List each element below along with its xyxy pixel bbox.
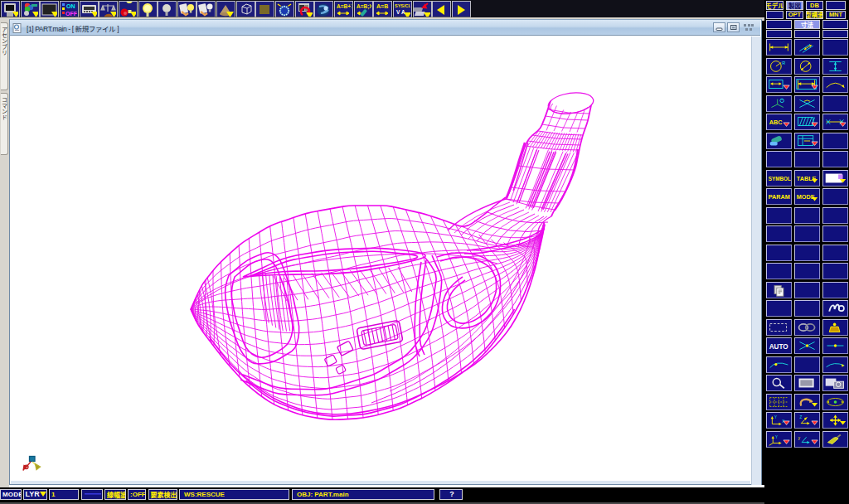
svg-text:°: ° [781,99,783,103]
svg-text:SYMBOL: SYMBOL [769,175,791,181]
svg-text:y: y [798,436,801,440]
svg-text:OFF: OFF [65,11,77,17]
svg-text:ON: ON [66,3,75,9]
svg-text:AUTO: AUTO [769,343,788,351]
svg-text:A=B;X: A=B;X [357,3,371,10]
svg-text:A=B+X: A=B+X [337,3,352,9]
svg-text:A=B: A=B [376,3,388,9]
svg-text:R: R [782,61,785,65]
svg-text:MODE: MODE [797,193,815,201]
svg-text:V A: V A [396,9,405,15]
svg-text:SYS/CLP: SYS/CLP [395,3,410,8]
svg-text:Z: Z [799,415,802,419]
svg-text:PARAM: PARAM [769,193,790,201]
svg-text:Y: Y [775,435,778,439]
svg-text:Y: Y [774,415,777,419]
svg-text:ABC: ABC [769,119,783,126]
